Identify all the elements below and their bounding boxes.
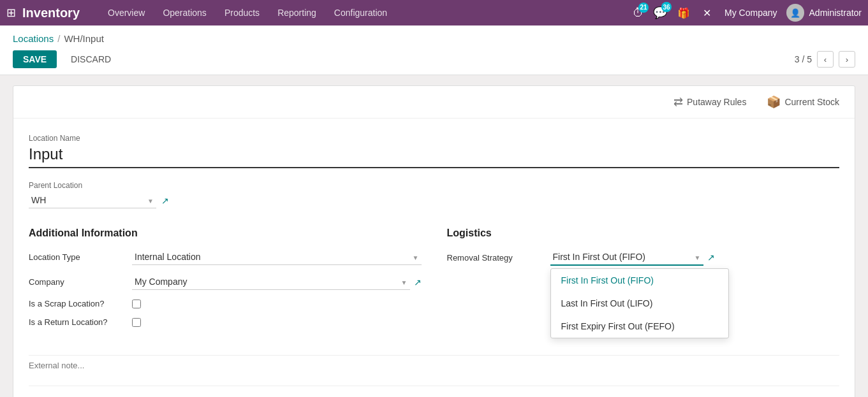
removal-strategy-label: Removal Strategy [447, 253, 543, 263]
putaway-rules-button[interactable]: ⇄ Putaway Rules [668, 92, 751, 112]
bottom-divider [29, 386, 839, 386]
return-location-label: Is a Return Location? [29, 317, 124, 327]
return-location-value [132, 318, 422, 327]
removal-strategy-select[interactable]: First In First Out (FIFO) Last In First … [550, 249, 703, 266]
external-note-input[interactable] [29, 361, 839, 370]
gift-icon[interactable]: 🎁 [675, 4, 693, 22]
nav-configuration[interactable]: Configuration [325, 0, 396, 25]
return-location-row: Is a Return Location? [29, 317, 422, 327]
additional-info-title: Additional Information [29, 227, 422, 239]
parent-location-select-wrapper: WH ▼ [29, 192, 156, 208]
parent-location-external-link[interactable]: ↗ [161, 196, 169, 206]
pager: 3 / 5 ‹ › [795, 51, 855, 68]
external-note [29, 355, 839, 375]
scrap-location-row: Is a Scrap Location? [29, 299, 422, 308]
scrap-location-value [132, 300, 422, 308]
location-type-label: Location Type [29, 252, 124, 262]
removal-strategy-value: First In First Out (FIFO) Last In First … [550, 249, 840, 266]
parent-location-label: Parent Location [29, 181, 839, 190]
location-name-field: Location Name Input [29, 134, 839, 181]
current-stock-label: Current Stock [784, 97, 839, 107]
location-name-label: Location Name [29, 134, 839, 143]
pager-text: 3 / 5 [795, 54, 812, 64]
breadcrumb-area: Locations / WH/Input SAVE DISCARD 3 / 5 … [0, 25, 868, 75]
form-body: Location Name Input Parent Location WH ▼… [13, 119, 855, 397]
discard-button[interactable]: DISCARD [63, 50, 119, 68]
scrap-location-label: Is a Scrap Location? [29, 299, 124, 308]
top-nav: ⊞ Inventory Overview Operations Products… [0, 0, 868, 25]
breadcrumb-current: WH/Input [64, 33, 104, 44]
message-badge[interactable]: 💬 36 [653, 6, 667, 20]
location-type-value: Internal Location View Customer Location… [132, 249, 422, 265]
dropdown-item-lifo[interactable]: Last In First Out (LIFO) [551, 292, 728, 315]
activity-count: 21 [638, 3, 649, 13]
nav-operations[interactable]: Operations [154, 0, 215, 25]
nav-menu: Overview Operations Products Reporting C… [99, 0, 633, 25]
close-icon[interactable]: ✕ [698, 4, 716, 22]
grid-icon[interactable]: ⊞ [6, 6, 16, 20]
company-row: Company My Company ▼ ↗ [29, 274, 422, 290]
logistics-section: Logistics Removal Strategy First In Firs… [447, 227, 840, 336]
main-content: ⇄ Putaway Rules 📦 Current Stock Location… [0, 75, 868, 397]
form-card-header: ⇄ Putaway Rules 📦 Current Stock [13, 86, 855, 119]
additional-info-section: Additional Information Location Type Int… [29, 227, 422, 336]
current-stock-button[interactable]: 📦 Current Stock [761, 92, 844, 112]
current-stock-icon: 📦 [767, 95, 781, 109]
location-name-input[interactable]: Input [29, 145, 839, 168]
nav-overview[interactable]: Overview [99, 0, 154, 25]
message-count: 36 [661, 2, 672, 12]
company-label: Company [29, 277, 124, 287]
breadcrumb: Locations / WH/Input [13, 33, 855, 44]
company-external-link[interactable]: ↗ [414, 277, 422, 287]
activity-badge[interactable]: ⏱ 21 [633, 6, 644, 20]
avatar[interactable]: 👤 [786, 4, 804, 22]
two-col-section: Additional Information Location Type Int… [29, 227, 839, 336]
pager-next[interactable]: › [839, 51, 855, 68]
form-card: ⇄ Putaway Rules 📦 Current Stock Location… [13, 85, 855, 397]
company-select-wrapper: My Company ▼ [132, 274, 410, 290]
removal-strategy-dropdown: First In First Out (FIFO) Last In First … [550, 268, 729, 338]
removal-strategy-wrapper: First In First Out (FIFO) Last In First … [550, 249, 715, 266]
company-select[interactable]: My Company [132, 274, 410, 290]
top-nav-right: ⏱ 21 💬 36 🎁 ✕ My Company 👤 Administrator [633, 4, 862, 22]
putaway-rules-label: Putaway Rules [687, 97, 746, 107]
company-value: My Company ▼ ↗ [132, 274, 422, 290]
parent-location-field: Parent Location WH ▼ ↗ [29, 181, 839, 208]
location-type-select-wrapper: Internal Location View Customer Location… [132, 249, 422, 265]
location-type-select[interactable]: Internal Location View Customer Location… [132, 249, 422, 265]
parent-location-row: WH ▼ ↗ [29, 192, 839, 208]
save-button[interactable]: SAVE [13, 50, 57, 68]
toolbar: SAVE DISCARD 3 / 5 ‹ › [13, 50, 855, 75]
logistics-title: Logistics [447, 227, 840, 239]
return-location-checkbox[interactable] [132, 318, 141, 327]
scrap-location-checkbox[interactable] [132, 300, 141, 308]
dropdown-item-fifo[interactable]: First In First Out (FIFO) [551, 269, 728, 292]
nav-products[interactable]: Products [216, 0, 268, 25]
nav-reporting[interactable]: Reporting [268, 0, 325, 25]
parent-location-select[interactable]: WH [29, 192, 156, 208]
breadcrumb-separator: / [57, 33, 60, 44]
removal-strategy-row: Removal Strategy First In First Out (FIF… [447, 249, 840, 266]
breadcrumb-parent[interactable]: Locations [13, 33, 54, 44]
app-brand: Inventory [22, 6, 80, 20]
pager-prev[interactable]: ‹ [817, 51, 834, 68]
dropdown-item-fefo[interactable]: First Expiry First Out (FEFO) [551, 315, 728, 338]
location-type-row: Location Type Internal Location View Cus… [29, 249, 422, 265]
company-name[interactable]: My Company [725, 8, 777, 18]
removal-strategy-external-link[interactable]: ↗ [707, 252, 715, 263]
putaway-icon: ⇄ [673, 95, 683, 109]
admin-label[interactable]: Administrator [809, 8, 862, 18]
